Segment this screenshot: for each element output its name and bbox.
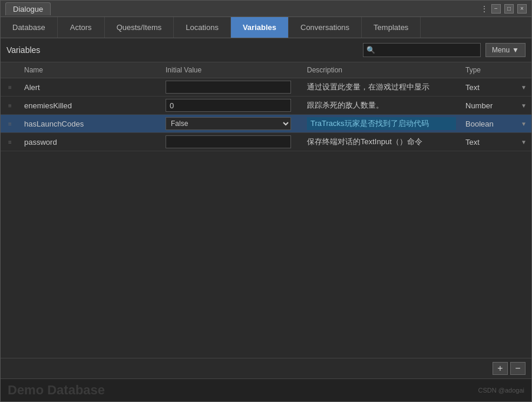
row-description-highlighted: TraTracks玩家是否找到了启动代码 bbox=[302, 115, 461, 132]
col-header-name: Name bbox=[19, 65, 161, 75]
row-type: Boolean ▼ bbox=[461, 117, 531, 131]
tab-quests-items[interactable]: Quests/Items bbox=[105, 17, 174, 38]
type-dropdown-icon[interactable]: ▼ bbox=[521, 84, 527, 91]
header-right: 🔍 Menu ▼ bbox=[363, 43, 526, 57]
type-text: Text bbox=[465, 138, 518, 147]
footer: Demo Database CSDN @adogai bbox=[1, 378, 531, 401]
title-bar: Dialogue ⋮ − □ × bbox=[1, 1, 531, 17]
row-handle: ≡ bbox=[1, 139, 19, 145]
row-initial-value bbox=[161, 97, 302, 114]
maximize-button[interactable]: □ bbox=[504, 4, 514, 14]
tab-conversations[interactable]: Conversations bbox=[289, 17, 362, 38]
close-button[interactable]: × bbox=[517, 4, 527, 14]
row-name: enemiesKilled bbox=[19, 99, 161, 112]
remove-variable-button[interactable]: − bbox=[510, 362, 526, 375]
row-type: Text ▼ bbox=[461, 135, 531, 149]
type-dropdown-icon[interactable]: ▼ bbox=[521, 139, 527, 145]
row-description: 通过设置此变量，在游戏过程中显示 bbox=[302, 79, 461, 95]
description-highlight-text: TraTracks玩家是否找到了启动代码 bbox=[307, 117, 456, 130]
table-header: Name Initial Value Description Type bbox=[1, 62, 531, 78]
row-initial-value-select[interactable]: False True bbox=[166, 117, 291, 130]
table-body: ≡ Alert 通过设置此变量，在游戏过程中显示 Text ▼ ≡ enemie… bbox=[1, 78, 531, 358]
row-name: password bbox=[19, 135, 161, 149]
row-initial-value bbox=[161, 133, 302, 151]
tab-actors[interactable]: Actors bbox=[58, 17, 105, 38]
type-text: Boolean bbox=[465, 119, 518, 128]
row-handle: ≡ bbox=[1, 84, 19, 91]
col-header-initial-value: Initial Value bbox=[161, 65, 302, 75]
tab-variables[interactable]: Variables bbox=[231, 17, 289, 38]
row-description: 保存终端对话的TextInput（）命令 bbox=[302, 134, 461, 149]
row-initial-value-input[interactable] bbox=[166, 81, 291, 94]
minimize-button[interactable]: − bbox=[491, 4, 501, 14]
variables-header: Variables 🔍 Menu ▼ bbox=[1, 38, 531, 62]
menu-button[interactable]: Menu ▼ bbox=[485, 43, 526, 57]
type-dropdown-icon[interactable]: ▼ bbox=[521, 102, 527, 109]
title-bar-left: Dialogue bbox=[5, 2, 51, 15]
watermark: CSDN @adogai bbox=[478, 387, 524, 394]
database-name: Demo Database bbox=[8, 383, 105, 398]
add-variable-button[interactable]: + bbox=[493, 362, 508, 375]
row-initial-value: False True bbox=[161, 115, 302, 132]
row-description: 跟踪杀死的敌人数量。 bbox=[302, 98, 461, 113]
row-initial-value-input[interactable] bbox=[166, 99, 291, 112]
row-handle: ≡ bbox=[1, 121, 19, 127]
title-bar-controls: ⋮ − □ × bbox=[480, 4, 527, 14]
menu-label: Menu bbox=[492, 46, 510, 54]
table-row[interactable]: ≡ Alert 通过设置此变量，在游戏过程中显示 Text ▼ bbox=[1, 78, 531, 97]
window-title: Dialogue bbox=[5, 2, 51, 15]
table-row[interactable]: ≡ password 保存终端对话的TextInput（）命令 Text ▼ bbox=[1, 133, 531, 151]
tab-database[interactable]: Database bbox=[1, 17, 58, 38]
tab-templates[interactable]: Templates bbox=[362, 17, 421, 38]
col-header-handle bbox=[1, 65, 19, 75]
row-initial-value-input[interactable] bbox=[166, 135, 291, 148]
type-text: Text bbox=[465, 83, 518, 92]
row-handle: ≡ bbox=[1, 102, 19, 109]
col-header-description: Description bbox=[302, 65, 461, 75]
col-header-type: Type bbox=[461, 65, 531, 75]
row-type: Number ▼ bbox=[461, 99, 531, 112]
bottom-toolbar: + − bbox=[1, 358, 531, 378]
dots-icon[interactable]: ⋮ bbox=[480, 4, 488, 14]
search-input[interactable] bbox=[363, 43, 481, 57]
main-content: Variables 🔍 Menu ▼ Name Initial Value De… bbox=[1, 38, 531, 378]
menu-arrow-icon: ▼ bbox=[512, 46, 519, 54]
row-initial-value bbox=[161, 78, 302, 96]
type-dropdown-icon[interactable]: ▼ bbox=[521, 121, 527, 127]
main-window: Dialogue ⋮ − □ × Database Actors Quests/… bbox=[0, 0, 532, 402]
row-name: hasLaunchCodes bbox=[19, 117, 161, 131]
search-wrapper: 🔍 bbox=[363, 43, 481, 57]
tab-bar: Database Actors Quests/Items Locations V… bbox=[1, 17, 531, 38]
variables-title: Variables bbox=[6, 45, 40, 55]
row-type: Text ▼ bbox=[461, 81, 531, 94]
tab-locations[interactable]: Locations bbox=[174, 17, 231, 38]
table-row[interactable]: ≡ enemiesKilled 跟踪杀死的敌人数量。 Number ▼ bbox=[1, 97, 531, 115]
table-row[interactable]: ≡ hasLaunchCodes False True TraTracks玩家是… bbox=[1, 115, 531, 133]
row-name: Alert bbox=[19, 81, 161, 94]
type-text: Number bbox=[465, 101, 518, 110]
